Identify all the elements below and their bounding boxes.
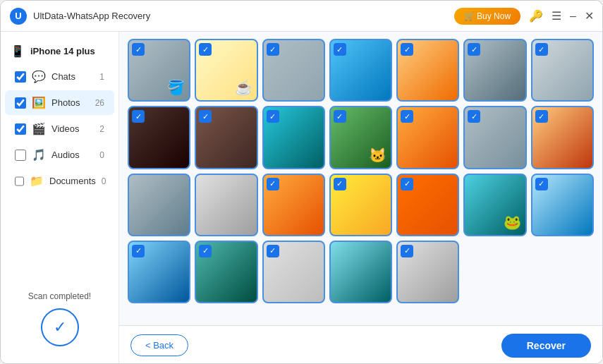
check-badge: ✓	[535, 43, 548, 56]
photo-cell[interactable]: ✓	[195, 241, 257, 303]
check-badge: ✓	[199, 43, 212, 56]
chats-icon: 💬	[32, 70, 46, 83]
photo-cell[interactable]	[329, 241, 392, 303]
check-badge: ✓	[132, 110, 145, 123]
photo-cell[interactable]: ✓	[531, 39, 594, 102]
photo-grid-wrapper[interactable]: ✓🪣✓☕✓✓✓✓✓✓✓✓✓🐱✓✓✓✓✓✓🐸✓✓✓✓✓	[119, 32, 602, 325]
svg-text:U: U	[15, 11, 21, 21]
title-bar: U UltData-WhatsApp Recovery 🛒 Buy Now 🔑 …	[1, 1, 602, 32]
app-title: UltData-WhatsApp Recovery	[33, 11, 454, 21]
menu-icon-button[interactable]: ☰	[552, 9, 561, 23]
audios-checkbox[interactable]	[15, 150, 26, 161]
documents-count: 0	[102, 176, 106, 186]
photo-cell[interactable]	[195, 174, 257, 236]
check-badge: ✓	[267, 245, 279, 257]
check-badge: ✓	[401, 110, 413, 123]
photos-icon: 🖼️	[32, 96, 46, 109]
documents-icon: 📁	[30, 174, 44, 188]
phone-icon: 📱	[11, 44, 25, 58]
key-icon: 🔑	[529, 9, 543, 23]
documents-checkbox[interactable]	[15, 176, 24, 187]
minimize-icon: –	[570, 10, 576, 23]
photo-cell[interactable]: ✓	[262, 39, 325, 102]
photo-cell[interactable]: ✓	[329, 174, 392, 236]
photos-checkbox[interactable]	[15, 97, 26, 109]
device-item: 📱 iPhone 14 plus	[1, 39, 118, 63]
photo-cell[interactable]: ✓	[262, 106, 325, 169]
check-badge: ✓	[334, 178, 346, 190]
photo-cell[interactable]: 🐸	[463, 174, 526, 236]
scan-complete-icon: ✓	[41, 308, 79, 346]
photo-cell[interactable]: ✓	[531, 106, 594, 169]
photo-cell[interactable]: ✓	[396, 106, 459, 169]
check-badge: ✓	[199, 110, 212, 123]
photo-cell[interactable]: ✓🪣	[128, 39, 190, 102]
check-badge: ✓	[401, 178, 413, 190]
photo-cell[interactable]: ✓	[531, 174, 594, 236]
check-badge: ✓	[199, 245, 212, 257]
photo-cell[interactable]: ✓	[262, 174, 325, 236]
sidebar-item-audios[interactable]: 🎵 Audios 0	[5, 142, 114, 167]
check-badge: ✓	[401, 245, 413, 257]
photo-cell[interactable]: ✓	[396, 241, 459, 303]
check-badge: ✓	[401, 43, 413, 56]
check-badge: ✓	[132, 245, 145, 257]
videos-count: 2	[99, 124, 104, 134]
minimize-button[interactable]: –	[570, 10, 576, 23]
sidebar-item-chats[interactable]: 💬 Chats 1	[5, 64, 114, 89]
check-badge: ✓	[267, 43, 279, 56]
scan-completed-text: Scan completed!	[28, 291, 91, 301]
sidebar-item-documents[interactable]: 📁 Documents 0	[5, 169, 114, 193]
title-actions: 🛒 Buy Now 🔑 ☰ – ✕	[454, 8, 594, 25]
chats-checkbox[interactable]	[15, 71, 26, 83]
photo-cell[interactable]: ✓	[128, 106, 190, 169]
back-button[interactable]: < Back	[130, 334, 188, 356]
check-badge: ✓	[468, 110, 480, 123]
photos-label: Photos	[51, 97, 90, 108]
videos-icon: 🎬	[32, 122, 46, 135]
photo-cell[interactable]	[128, 174, 190, 236]
photo-cell[interactable]: ✓	[128, 241, 190, 303]
photo-cell[interactable]: ✓	[329, 39, 392, 102]
photo-overlay-icon: 🐱	[369, 147, 386, 164]
photo-overlay-icon: 🪣	[167, 79, 185, 96]
sidebar: 📱 iPhone 14 plus 💬 Chats 1 🖼️ Photos 26 …	[1, 32, 119, 364]
photos-count: 26	[95, 98, 104, 108]
documents-label: Documents	[49, 176, 96, 186]
main-layout: 📱 iPhone 14 plus 💬 Chats 1 🖼️ Photos 26 …	[1, 32, 602, 364]
photo-cell[interactable]: ✓	[463, 39, 526, 102]
device-label: iPhone 14 plus	[30, 46, 95, 56]
app-logo: U	[9, 7, 28, 25]
audios-count: 0	[99, 150, 104, 160]
menu-icon: ☰	[552, 9, 561, 23]
buy-now-button[interactable]: 🛒 Buy Now	[454, 8, 520, 25]
check-badge: ✓	[535, 178, 548, 190]
photo-cell[interactable]: ✓	[396, 174, 459, 236]
check-badge: ✓	[535, 110, 548, 123]
chats-count: 1	[99, 72, 104, 82]
photo-cell[interactable]: ✓	[463, 106, 526, 169]
photo-cell[interactable]: ✓	[262, 241, 325, 303]
photo-cell[interactable]: ✓	[396, 39, 459, 102]
sidebar-item-photos[interactable]: 🖼️ Photos 26	[5, 90, 114, 115]
check-badge: ✓	[468, 43, 480, 56]
check-badge: ✓	[334, 43, 346, 56]
photo-grid: ✓🪣✓☕✓✓✓✓✓✓✓✓✓🐱✓✓✓✓✓✓🐸✓✓✓✓✓	[128, 39, 594, 303]
photo-cell[interactable]: ✓	[195, 106, 257, 169]
check-badge: ✓	[267, 110, 279, 123]
check-badge: ✓	[132, 43, 145, 56]
bottom-bar: < Back Recover	[119, 325, 602, 364]
key-icon-button[interactable]: 🔑	[529, 9, 543, 23]
photo-cell[interactable]: ✓☕	[195, 39, 257, 102]
photo-overlay-icon: ☕	[235, 79, 252, 96]
photo-cell[interactable]: ✓🐱	[329, 106, 392, 169]
recover-button[interactable]: Recover	[501, 334, 591, 358]
photo-overlay-icon: 🐸	[504, 214, 521, 231]
videos-label: Videos	[51, 123, 94, 134]
scan-completed-section: Scan completed! ✓	[1, 280, 118, 358]
close-button[interactable]: ✕	[585, 9, 594, 23]
check-badge: ✓	[334, 110, 346, 123]
videos-checkbox[interactable]	[15, 123, 26, 135]
chats-label: Chats	[51, 71, 94, 82]
sidebar-item-videos[interactable]: 🎬 Videos 2	[5, 116, 114, 141]
